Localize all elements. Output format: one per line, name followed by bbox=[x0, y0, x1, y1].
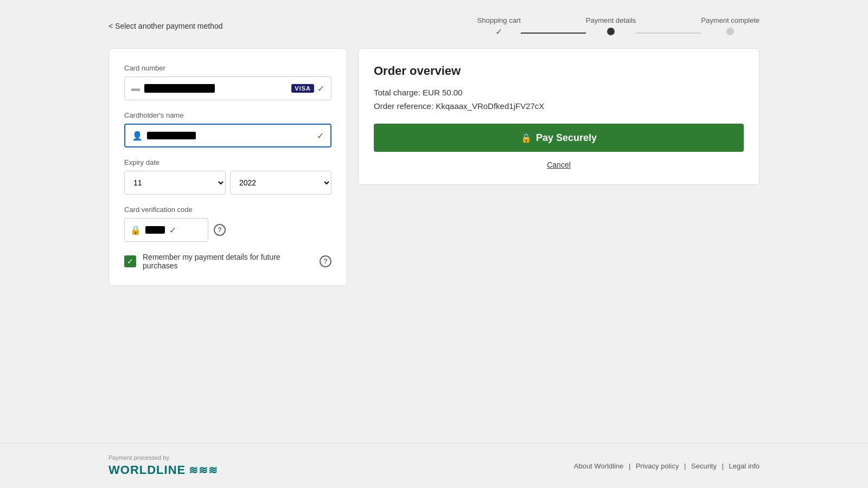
total-amount-value: EUR 50.00 bbox=[423, 88, 462, 97]
credit-card-icon: ▬ bbox=[131, 84, 140, 93]
back-link[interactable]: < Select another payment method bbox=[108, 22, 223, 30]
step-payment-details: Payment details bbox=[586, 16, 636, 35]
footer-link-legal[interactable]: Legal info bbox=[729, 462, 760, 470]
step-shopping-cart: Shopping cart ✓ bbox=[477, 16, 521, 35]
cvc-label: Card verification code bbox=[124, 206, 331, 214]
cardholder-field-group: Cardholder's name 👤 ✓ bbox=[124, 111, 331, 147]
check-done-icon: ✓ bbox=[495, 27, 503, 37]
step-shopping-cart-indicator: ✓ bbox=[495, 28, 503, 35]
person-icon: 👤 bbox=[132, 131, 143, 141]
card-number-input-wrapper: ▬ VISA ✓ bbox=[124, 76, 331, 100]
lock-icon: 🔒 bbox=[130, 225, 141, 235]
remember-checkbox-row: ✓ Remember my payment details for future… bbox=[124, 253, 331, 270]
expiry-year-select[interactable]: 2020 2021 2022 2023 2024 2025 2026 2027 … bbox=[231, 171, 331, 194]
worldline-logo: WORLDLINE ≋≋≋ bbox=[108, 463, 218, 477]
footer-separator-3: | bbox=[722, 462, 726, 470]
expiry-field-group: Expiry date 01 02 03 04 05 06 07 bbox=[124, 158, 331, 195]
step-payment-complete: Payment complete bbox=[701, 16, 760, 35]
remember-checkbox[interactable]: ✓ bbox=[124, 255, 136, 267]
footer: Payment processed by WORLDLINE ≋≋≋ About… bbox=[0, 443, 868, 488]
footer-brand: Payment processed by WORLDLINE ≋≋≋ bbox=[108, 454, 218, 477]
ref-label: Order reference: bbox=[374, 101, 433, 111]
pay-lock-icon: 🔒 bbox=[521, 133, 532, 143]
cardholder-name-masked bbox=[147, 132, 196, 139]
pay-securely-button[interactable]: 🔒 Pay Securely bbox=[374, 124, 744, 152]
step-payment-details-indicator bbox=[607, 28, 615, 35]
cardholder-input-wrapper[interactable]: 👤 ✓ bbox=[124, 124, 331, 147]
step-payment-complete-indicator bbox=[726, 28, 734, 35]
top-nav: < Select another payment method Shopping… bbox=[108, 16, 760, 35]
footer-link-about[interactable]: About Worldline bbox=[574, 462, 624, 470]
cancel-link[interactable]: Cancel bbox=[374, 160, 744, 169]
cvc-valid-check: ✓ bbox=[169, 225, 176, 235]
order-ref-row: Order reference: Kkqaaax_VRoDfked1jFV27c… bbox=[374, 101, 744, 111]
expiry-year-wrapper[interactable]: 2020 2021 2022 2023 2024 2025 2026 2027 … bbox=[230, 171, 331, 195]
card-number-label: Card number bbox=[124, 64, 331, 72]
card-number-field-group: Card number ▬ VISA ✓ bbox=[124, 64, 331, 100]
cvc-field-group: Card verification code 🔒 ✓ ? bbox=[124, 206, 331, 242]
order-total-row: Total charge: EUR 50.00 bbox=[374, 88, 744, 97]
footer-link-privacy[interactable]: Privacy policy bbox=[636, 462, 679, 470]
worldline-wave-icon: ≋≋≋ bbox=[189, 464, 218, 477]
expiry-month-wrapper[interactable]: 01 02 03 04 05 06 07 08 09 10 11 bbox=[124, 171, 226, 195]
cardholder-valid-check: ✓ bbox=[317, 131, 324, 141]
cvc-masked bbox=[145, 226, 165, 234]
footer-links: About Worldline | Privacy policy | Secur… bbox=[574, 462, 760, 470]
pay-button-label: Pay Securely bbox=[536, 132, 597, 144]
cardholder-label: Cardholder's name bbox=[124, 111, 331, 119]
footer-processed-by: Payment processed by bbox=[108, 454, 218, 461]
footer-link-security[interactable]: Security bbox=[691, 462, 717, 470]
footer-separator-1: | bbox=[629, 462, 633, 470]
connector-1 bbox=[521, 33, 586, 34]
step-payment-complete-label: Payment complete bbox=[701, 16, 760, 24]
worldline-brand-text: WORLDLINE bbox=[108, 463, 186, 477]
card-valid-check: ✓ bbox=[317, 84, 324, 94]
total-label: Total charge: bbox=[374, 88, 420, 97]
remember-label: Remember my payment details for future p… bbox=[143, 253, 313, 270]
cvc-input-wrapper[interactable]: 🔒 ✓ bbox=[124, 218, 208, 242]
expiry-month-select[interactable]: 01 02 03 04 05 06 07 08 09 10 11 bbox=[125, 171, 225, 194]
steps-indicator: Shopping cart ✓ Payment details Payment … bbox=[477, 16, 760, 35]
card-icons: VISA ✓ bbox=[291, 84, 324, 94]
order-title: Order overview bbox=[374, 64, 744, 78]
step-shopping-cart-label: Shopping cart bbox=[477, 16, 521, 24]
remember-help-icon[interactable]: ? bbox=[320, 255, 331, 267]
ref-value-text: Kkqaaax_VRoDfked1jFV27cX bbox=[436, 101, 544, 111]
checkbox-checkmark: ✓ bbox=[127, 257, 133, 266]
order-overview-card: Order overview Total charge: EUR 50.00 O… bbox=[358, 48, 760, 185]
cvc-row: 🔒 ✓ ? bbox=[124, 218, 331, 242]
form-layout: Card number ▬ VISA ✓ Cardholder's name bbox=[108, 48, 760, 286]
visa-badge: VISA bbox=[291, 84, 314, 93]
connector-2 bbox=[636, 33, 701, 34]
step-payment-details-label: Payment details bbox=[586, 16, 636, 24]
expiry-label: Expiry date bbox=[124, 158, 331, 166]
cvc-help-icon[interactable]: ? bbox=[214, 224, 226, 236]
footer-separator-2: | bbox=[684, 462, 688, 470]
expiry-row: 01 02 03 04 05 06 07 08 09 10 11 bbox=[124, 171, 331, 195]
card-number-masked bbox=[144, 84, 215, 93]
payment-form-card: Card number ▬ VISA ✓ Cardholder's name bbox=[108, 48, 347, 286]
